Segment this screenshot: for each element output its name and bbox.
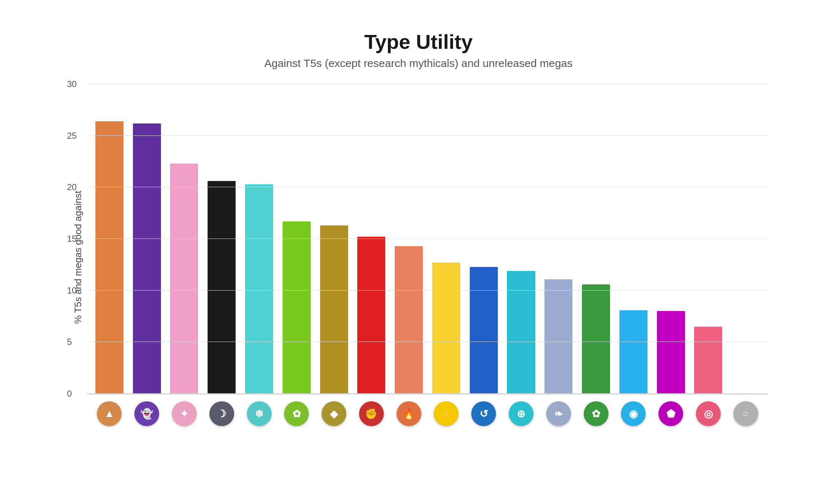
icon-cell-dark: ☽ (203, 397, 240, 430)
type-icon-grass: ✿ (284, 401, 309, 426)
type-icon-fire: 🔥 (397, 401, 421, 426)
gridline-30: 30 (87, 84, 768, 84)
bar-psychic (619, 310, 647, 394)
icon-cell-bug: ✿ (577, 397, 615, 430)
y-tick-10: 10 (67, 286, 77, 296)
bar-group-water (465, 84, 503, 394)
bar-rock (320, 225, 348, 394)
bar-dark (208, 181, 236, 394)
chart-subtitle: Against T5s (except research mythicals) … (69, 57, 768, 70)
type-icon-dark: ☽ (209, 401, 234, 426)
bar-fire (395, 246, 423, 394)
type-icon-dragon: ⬟ (658, 401, 683, 426)
bar-ghost (133, 123, 161, 394)
gridline-5: 5 (87, 342, 768, 342)
y-tick-25: 25 (67, 131, 77, 141)
bar-group-fire (390, 84, 428, 394)
icons-row: ▲👻✦☽❄✿◆✊🔥⚡↺⊕❧✿◉⬟◎○ (87, 397, 768, 430)
bar-group-bug (577, 84, 615, 394)
gridline-25: 25 (87, 135, 768, 136)
bar-group-normal (690, 84, 727, 394)
type-icon-fairy: ✦ (172, 401, 197, 426)
bar-group-rock (315, 84, 353, 394)
type-icon-normal: ◎ (696, 401, 721, 426)
icon-cell-ghost: 👻 (128, 397, 166, 430)
icon-cell-ice: ❄ (240, 397, 278, 430)
type-icon-psychic: ◉ (621, 401, 646, 426)
bar-group-fighting (353, 84, 390, 394)
icon-cell-psychic: ◉ (615, 397, 652, 430)
bar-grass (283, 221, 311, 394)
bar-ground (95, 121, 123, 394)
bar-flying (544, 279, 572, 394)
bar-group-ice (240, 84, 278, 394)
bars-row (87, 84, 768, 394)
y-tick-0: 0 (67, 389, 72, 399)
bar-group-ground (91, 84, 128, 394)
type-icon-bug: ✿ (584, 401, 609, 426)
gridlines-and-bars: 051015202530 (87, 84, 768, 394)
bar-group-ghost (128, 84, 166, 394)
chart-title: Type Utility (69, 30, 768, 54)
icon-cell-grass: ✿ (278, 397, 315, 430)
gridline-10: 10 (87, 290, 768, 291)
icon-cell-water: ↺ (465, 397, 503, 430)
bar-electric (432, 263, 460, 394)
type-icon-flying: ❧ (546, 401, 571, 426)
bar-fairy (170, 164, 198, 394)
bar-ice (245, 184, 273, 394)
icon-cell-ground: ▲ (91, 397, 128, 430)
icon-cell-poison: ⊕ (503, 397, 540, 430)
icon-cell-fighting: ✊ (353, 397, 390, 430)
type-icon-fighting: ✊ (359, 401, 384, 426)
gridline-15: 15 (87, 239, 768, 239)
type-icon-rock: ◆ (322, 401, 346, 426)
type-icon-water: ↺ (471, 401, 496, 426)
bar-dragon (657, 311, 685, 394)
bar-group-grass (278, 84, 315, 394)
icon-cell-dragon: ⬟ (652, 397, 690, 430)
icon-cell-rock: ◆ (315, 397, 353, 430)
bar-fighting (357, 237, 385, 394)
y-tick-15: 15 (67, 234, 77, 244)
bar-group-fairy (166, 84, 203, 394)
bar-normal (694, 327, 722, 394)
bar-group-dark (203, 84, 240, 394)
chart-container: Type Utility Against T5s (except researc… (25, 15, 790, 489)
gridline-0: 0 (87, 393, 768, 394)
icon-cell-electric: ⚡ (428, 397, 465, 430)
icon-cell-normal: ◎ (690, 397, 727, 430)
bar-group-poison (503, 84, 540, 394)
type-icon-steel: ○ (733, 401, 758, 426)
bar-poison (507, 271, 535, 394)
type-icon-ice: ❄ (247, 401, 272, 426)
icon-cell-steel: ○ (727, 397, 764, 430)
bar-bug (582, 284, 610, 394)
bar-water (470, 267, 498, 394)
type-icon-poison: ⊕ (509, 401, 534, 426)
chart-inner: 051015202530 ▲👻✦☽❄✿◆✊🔥⚡↺⊕❧✿◉⬟◎○ (87, 84, 768, 430)
y-tick-5: 5 (67, 337, 72, 347)
type-icon-ground: ▲ (97, 401, 122, 426)
icon-cell-fairy: ✦ (166, 397, 203, 430)
bar-group-dragon (652, 84, 690, 394)
icon-cell-flying: ❧ (540, 397, 577, 430)
gridline-20: 20 (87, 187, 768, 187)
bar-group-steel (727, 84, 764, 394)
bar-group-psychic (615, 84, 652, 394)
type-icon-ghost: 👻 (134, 401, 159, 426)
bar-group-electric (428, 84, 465, 394)
bar-group-flying (540, 84, 577, 394)
y-tick-30: 30 (67, 79, 77, 89)
chart-area: % T5s and megas good against 05101520253… (69, 84, 768, 430)
type-icon-electric: ⚡ (434, 401, 458, 426)
icon-cell-fire: 🔥 (390, 397, 428, 430)
y-tick-20: 20 (67, 182, 77, 192)
